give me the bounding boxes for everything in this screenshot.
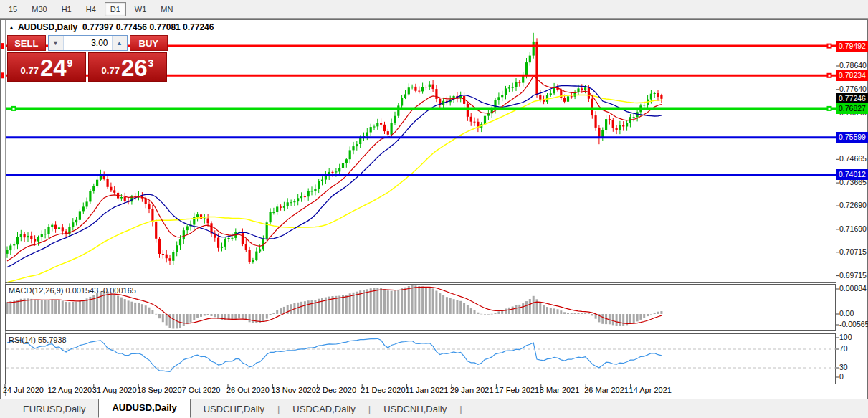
tab-divider: | bbox=[459, 401, 462, 418]
price-axis-label: 0.69715 bbox=[839, 271, 867, 280]
price-axis-badge: 0.79492 bbox=[836, 41, 868, 52]
buy-price-sup: 3 bbox=[148, 57, 154, 69]
triangle-up-icon: ▲ bbox=[9, 24, 14, 31]
chart-title: ▲AUDUSD,Daily 0.77397 0.77456 0.77081 0.… bbox=[9, 22, 214, 32]
chart-symbol: AUDUSD,Daily bbox=[18, 22, 77, 32]
macd-axis-label: 0.00 bbox=[839, 309, 854, 318]
rsi-axis-label: 0 bbox=[839, 372, 844, 381]
volume-decrease-icon[interactable]: ▼ bbox=[49, 36, 64, 50]
buy-price-prefix: 0.77 bbox=[102, 65, 120, 76]
timeframe-button-h4[interactable]: H4 bbox=[80, 2, 102, 16]
sell-price-big: 24 bbox=[40, 57, 67, 79]
toolbar-separator bbox=[186, 3, 186, 15]
timeframe-toolbar: 15M30H1H4D1W1MN bbox=[0, 0, 868, 19]
timeframe-button-m30[interactable]: M30 bbox=[26, 2, 52, 16]
price-axis-label: 0.72690 bbox=[839, 201, 867, 209]
timeframe-button-d1[interactable]: D1 bbox=[105, 2, 126, 16]
macd-axis-label: -0.005651 bbox=[839, 320, 868, 328]
timeframe-button-15[interactable]: 15 bbox=[3, 2, 23, 16]
volume-increase-icon[interactable]: ▲ bbox=[112, 36, 127, 50]
timeframe-button-h1[interactable]: H1 bbox=[56, 2, 77, 16]
price-axis-label: 0.77640 bbox=[839, 85, 867, 93]
price-axis-badge: 0.78234 bbox=[836, 70, 868, 81]
tab-usdcad[interactable]: USDCAD,Daily bbox=[280, 401, 368, 418]
price-axis-label: 0.71690 bbox=[839, 224, 867, 233]
tab-audusd[interactable]: AUDUSD,Daily bbox=[98, 399, 190, 418]
rsi-axis-label: 100 bbox=[839, 333, 852, 341]
price-axis-badge: 0.76827 bbox=[836, 103, 868, 114]
volume-spinner: ▼ 3.00 ▲ bbox=[48, 35, 128, 51]
timeframe-button-w1[interactable]: W1 bbox=[129, 2, 153, 16]
sell-price-box[interactable]: 0.77 24 9 bbox=[7, 52, 86, 82]
rsi-axis-label: 70 bbox=[839, 344, 848, 353]
price-axis-label: 0.70715 bbox=[839, 247, 867, 256]
one-click-trading-panel: SELL ▼ 3.00 ▲ BUY 0.77 24 9 0.77 26 3 bbox=[7, 35, 168, 82]
rsi-axis-label: 30 bbox=[839, 363, 848, 371]
price-axis-badge: 0.74012 bbox=[836, 169, 868, 180]
tab-eurusd[interactable]: EURUSD,Daily bbox=[10, 401, 98, 418]
sell-price-prefix: 0.77 bbox=[21, 65, 39, 76]
buy-price-big: 26 bbox=[121, 57, 148, 79]
price-axis-label: 0.78640 bbox=[839, 61, 867, 70]
tab-usdcnh[interactable]: USDCNH,Daily bbox=[371, 401, 459, 418]
macd-axis-label: 0.00884 bbox=[839, 284, 867, 293]
timeframe-button-mn[interactable]: MN bbox=[155, 2, 178, 16]
buy-price-box[interactable]: 0.77 26 3 bbox=[88, 52, 167, 82]
price-axis-label: 0.74665 bbox=[839, 154, 867, 163]
rsi-indicator-label: RSI(14) 55.7938 bbox=[9, 336, 67, 344]
macd-indicator-label: MACD(12,26,9) 0.001543 -0.000165 bbox=[9, 286, 136, 295]
price-axis-badge: 0.75599 bbox=[836, 132, 868, 143]
sell-button[interactable]: SELL bbox=[7, 35, 46, 51]
chart-ohlc-values: 0.77397 0.77456 0.77081 0.77246 bbox=[82, 22, 214, 32]
sell-price-sup: 9 bbox=[67, 57, 73, 69]
volume-input[interactable]: 3.00 bbox=[64, 36, 112, 50]
symbol-tabbar: EURUSD,DailyAUDUSD,DailyUSDCHF,Daily|USD… bbox=[0, 399, 868, 418]
buy-button[interactable]: BUY bbox=[130, 35, 168, 51]
tab-usdchf[interactable]: USDCHF,Daily bbox=[191, 401, 277, 418]
